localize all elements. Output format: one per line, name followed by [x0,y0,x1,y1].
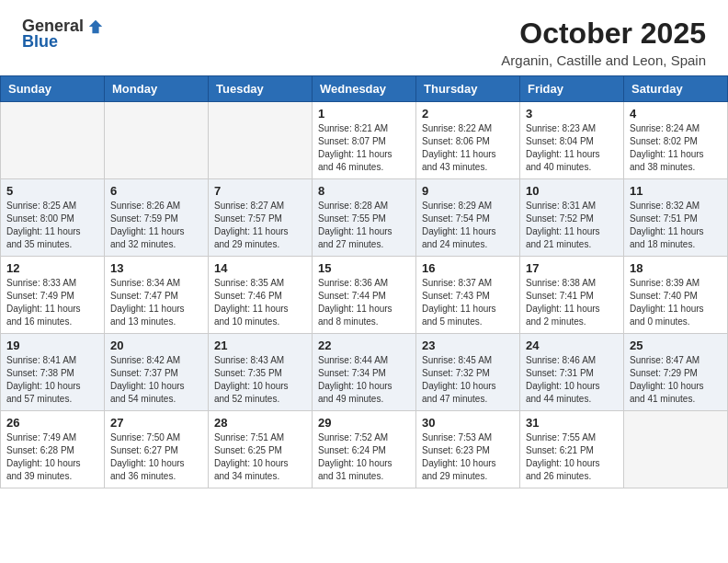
calendar-day-cell: 17Sunrise: 8:38 AM Sunset: 7:41 PM Dayli… [520,257,624,334]
day-info: Sunrise: 8:44 AM Sunset: 7:34 PM Dayligh… [318,354,410,406]
calendar-day-cell: 5Sunrise: 8:25 AM Sunset: 8:00 PM Daylig… [1,179,105,257]
calendar-day-cell: 2Sunrise: 8:22 AM Sunset: 8:06 PM Daylig… [416,102,520,179]
day-number: 23 [422,339,514,352]
calendar-day-cell [105,102,209,179]
day-info: Sunrise: 8:47 AM Sunset: 7:29 PM Dayligh… [630,354,722,406]
day-number: 8 [318,184,410,198]
day-number: 5 [6,184,98,198]
day-number: 14 [214,261,306,275]
calendar-day-cell: 30Sunrise: 7:53 AM Sunset: 6:23 PM Dayli… [416,411,520,488]
title-section: October 2025 Arganin, Castille and Leon,… [501,17,706,68]
day-number: 29 [318,416,410,430]
svg-marker-0 [89,19,102,32]
calendar-day-cell: 16Sunrise: 8:37 AM Sunset: 7:43 PM Dayli… [416,257,520,334]
day-number: 2 [422,107,514,121]
day-info: Sunrise: 7:50 AM Sunset: 6:27 PM Dayligh… [110,431,202,483]
calendar-day-cell: 21Sunrise: 8:43 AM Sunset: 7:35 PM Dayli… [209,334,313,411]
day-info: Sunrise: 7:51 AM Sunset: 6:25 PM Dayligh… [214,431,306,483]
day-info: Sunrise: 8:27 AM Sunset: 7:57 PM Dayligh… [214,200,306,251]
calendar-day-cell: 31Sunrise: 7:55 AM Sunset: 6:21 PM Dayli… [520,411,624,488]
header-friday: Friday [520,76,624,102]
day-number: 4 [630,107,722,121]
header-monday: Monday [105,76,209,102]
calendar-day-cell: 6Sunrise: 8:26 AM Sunset: 7:59 PM Daylig… [105,179,209,257]
calendar-table: Sunday Monday Tuesday Wednesday Thursday… [0,75,728,488]
day-number: 11 [630,184,722,198]
day-info: Sunrise: 8:43 AM Sunset: 7:35 PM Dayligh… [214,354,306,406]
calendar-day-cell: 18Sunrise: 8:39 AM Sunset: 7:40 PM Dayli… [624,257,728,334]
day-info: Sunrise: 8:46 AM Sunset: 7:31 PM Dayligh… [526,354,618,406]
day-info: Sunrise: 8:32 AM Sunset: 7:51 PM Dayligh… [630,200,722,251]
day-number: 7 [214,184,306,198]
day-number: 9 [422,184,514,198]
day-info: Sunrise: 7:52 AM Sunset: 6:24 PM Dayligh… [318,431,410,483]
day-number: 22 [318,339,410,352]
day-number: 18 [630,261,722,275]
day-number: 31 [526,416,618,430]
calendar-day-cell: 28Sunrise: 7:51 AM Sunset: 6:25 PM Dayli… [209,411,313,488]
weekday-header-row: Sunday Monday Tuesday Wednesday Thursday… [1,76,728,102]
day-info: Sunrise: 8:25 AM Sunset: 8:00 PM Dayligh… [6,200,98,251]
calendar-day-cell: 13Sunrise: 8:34 AM Sunset: 7:47 PM Dayli… [105,257,209,334]
calendar-week-row: 12Sunrise: 8:33 AM Sunset: 7:49 PM Dayli… [1,257,728,334]
header: General Blue October 2025 Arganin, Casti… [0,0,728,75]
logo-icon [87,18,104,35]
header-sunday: Sunday [1,76,105,102]
header-tuesday: Tuesday [209,76,313,102]
day-info: Sunrise: 8:34 AM Sunset: 7:47 PM Dayligh… [110,277,202,328]
logo-blue-text: Blue [22,32,58,52]
day-number: 19 [6,339,98,352]
header-thursday: Thursday [416,76,520,102]
day-info: Sunrise: 8:29 AM Sunset: 7:54 PM Dayligh… [422,200,514,251]
day-info: Sunrise: 8:23 AM Sunset: 8:04 PM Dayligh… [526,122,618,174]
calendar-day-cell: 29Sunrise: 7:52 AM Sunset: 6:24 PM Dayli… [313,411,416,488]
calendar-day-cell: 26Sunrise: 7:49 AM Sunset: 6:28 PM Dayli… [1,411,105,488]
day-number: 26 [6,416,98,430]
calendar-day-cell: 12Sunrise: 8:33 AM Sunset: 7:49 PM Dayli… [1,257,105,334]
calendar-day-cell: 24Sunrise: 8:46 AM Sunset: 7:31 PM Dayli… [520,334,624,411]
calendar-week-row: 26Sunrise: 7:49 AM Sunset: 6:28 PM Dayli… [1,411,728,488]
day-info: Sunrise: 8:42 AM Sunset: 7:37 PM Dayligh… [110,354,202,406]
day-info: Sunrise: 7:49 AM Sunset: 6:28 PM Dayligh… [6,431,98,483]
logo: General Blue [22,17,104,52]
location-subtitle: Arganin, Castille and Leon, Spain [501,52,706,68]
calendar-day-cell [209,102,313,179]
day-info: Sunrise: 8:21 AM Sunset: 8:07 PM Dayligh… [318,122,410,174]
day-info: Sunrise: 8:28 AM Sunset: 7:55 PM Dayligh… [318,200,410,251]
day-number: 3 [526,107,618,121]
page: General Blue October 2025 Arganin, Casti… [0,0,728,563]
day-info: Sunrise: 7:55 AM Sunset: 6:21 PM Dayligh… [526,431,618,483]
calendar-day-cell: 19Sunrise: 8:41 AM Sunset: 7:38 PM Dayli… [1,334,105,411]
header-wednesday: Wednesday [313,76,416,102]
calendar-day-cell: 9Sunrise: 8:29 AM Sunset: 7:54 PM Daylig… [416,179,520,257]
day-number: 17 [526,261,618,275]
day-number: 28 [214,416,306,430]
day-number: 6 [110,184,202,198]
day-info: Sunrise: 8:26 AM Sunset: 7:59 PM Dayligh… [110,200,202,251]
day-number: 12 [6,261,98,275]
calendar-day-cell: 10Sunrise: 8:31 AM Sunset: 7:52 PM Dayli… [520,179,624,257]
day-number: 20 [110,339,202,352]
calendar-day-cell: 11Sunrise: 8:32 AM Sunset: 7:51 PM Dayli… [624,179,728,257]
day-info: Sunrise: 8:35 AM Sunset: 7:46 PM Dayligh… [214,277,306,328]
calendar-day-cell: 14Sunrise: 8:35 AM Sunset: 7:46 PM Dayli… [209,257,313,334]
month-year-title: October 2025 [501,17,706,51]
calendar-week-row: 19Sunrise: 8:41 AM Sunset: 7:38 PM Dayli… [1,334,728,411]
calendar-day-cell [1,102,105,179]
calendar-week-row: 5Sunrise: 8:25 AM Sunset: 8:00 PM Daylig… [1,179,728,257]
calendar-day-cell: 7Sunrise: 8:27 AM Sunset: 7:57 PM Daylig… [209,179,313,257]
calendar-day-cell [624,411,728,488]
day-info: Sunrise: 8:33 AM Sunset: 7:49 PM Dayligh… [6,277,98,328]
day-number: 15 [318,261,410,275]
day-number: 21 [214,339,306,352]
calendar-day-cell: 27Sunrise: 7:50 AM Sunset: 6:27 PM Dayli… [105,411,209,488]
day-info: Sunrise: 8:24 AM Sunset: 8:02 PM Dayligh… [630,122,722,174]
calendar-week-row: 1Sunrise: 8:21 AM Sunset: 8:07 PM Daylig… [1,102,728,179]
day-info: Sunrise: 7:53 AM Sunset: 6:23 PM Dayligh… [422,431,514,483]
calendar-day-cell: 3Sunrise: 8:23 AM Sunset: 8:04 PM Daylig… [520,102,624,179]
calendar-day-cell: 25Sunrise: 8:47 AM Sunset: 7:29 PM Dayli… [624,334,728,411]
day-number: 10 [526,184,618,198]
calendar-day-cell: 22Sunrise: 8:44 AM Sunset: 7:34 PM Dayli… [313,334,416,411]
day-number: 16 [422,261,514,275]
day-number: 25 [630,339,722,352]
